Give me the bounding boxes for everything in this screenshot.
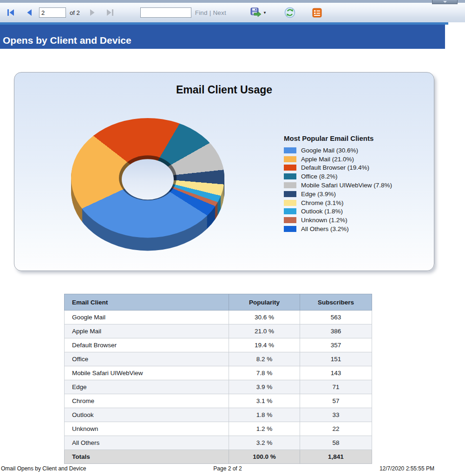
table-cell: All Others — [65, 436, 229, 450]
table-totals-row: Totals100.0 %1,841 — [65, 450, 372, 464]
page-number-input[interactable] — [39, 7, 66, 18]
legend-swatch — [284, 147, 296, 153]
table-cell: 357 — [300, 338, 372, 352]
table-cell: 151 — [300, 352, 372, 366]
export-button[interactable]: ▼ — [248, 7, 269, 19]
column-header-popularity: Popularity — [229, 294, 300, 311]
table-cell: Edge — [65, 380, 229, 394]
table-cell: 71 — [300, 380, 372, 394]
find-text-input[interactable] — [140, 7, 191, 18]
data-feed-export-button[interactable] — [310, 7, 324, 19]
previous-page-button[interactable] — [24, 7, 34, 19]
first-page-icon — [7, 9, 15, 16]
table-header-row: Email Client Popularity Subscribers — [65, 294, 372, 311]
legend-swatch — [284, 217, 296, 223]
table-cell: 19.4 % — [229, 338, 300, 352]
table-row: Mobile Safari UIWebView7.8 %143 — [65, 366, 372, 380]
table-row: Default Browser19.4 %357 — [65, 338, 372, 352]
legend-swatch — [284, 226, 296, 232]
report-viewer: of 2 Find | Next ▼ — [0, 0, 465, 476]
table-row: All Others3.2 %58 — [65, 436, 372, 450]
table-cell: 3.9 % — [229, 380, 300, 394]
email-client-table: Email Client Popularity Subscribers Goog… — [64, 294, 372, 464]
table-cell: 21.0 % — [229, 324, 300, 338]
legend-label: Outlook (1.8%) — [301, 208, 343, 215]
find-link[interactable]: Find — [195, 9, 208, 16]
table-row: Google Mail30.6 %563 — [65, 311, 372, 324]
legend-swatch — [284, 191, 296, 197]
legend-swatch — [284, 173, 296, 179]
legend-item: Edge (3.9%) — [284, 190, 432, 198]
legend-swatch — [284, 165, 296, 171]
report-title: Opens by Client and Device — [3, 35, 131, 46]
legend-item: Default Browser (19.4%) — [284, 164, 432, 172]
table-cell: 3.2 % — [229, 436, 300, 450]
export-dropdown-caret[interactable]: ▼ — [263, 11, 267, 15]
table-cell: 3.1 % — [229, 394, 300, 408]
report-header-band: Opens by Client and Device — [0, 25, 445, 49]
first-page-button[interactable] — [5, 7, 17, 19]
legend-item: Mobile Safari UIWebView (7.8%) — [284, 181, 432, 190]
page-count-label: of 2 — [70, 9, 80, 16]
table-cell: Default Browser — [65, 338, 229, 352]
column-header-subscribers: Subscribers — [300, 294, 372, 311]
legend-label: Apple Mail (21.0%) — [301, 156, 354, 163]
legend-item: Apple Mail (21.0%) — [284, 155, 432, 164]
legend-title: Most Popular Email Clients — [284, 134, 432, 142]
donut-chart — [71, 118, 224, 238]
column-header-email-client: Email Client — [65, 294, 229, 311]
footer-timestamp: 12/7/2020 2:55:55 PM — [380, 465, 434, 472]
next-link[interactable]: Next — [213, 9, 226, 16]
report-toolbar: of 2 Find | Next ▼ — [0, 3, 465, 22]
last-page-icon — [106, 9, 114, 16]
legend-item: Google Mail (30.6%) — [284, 146, 432, 155]
legend-item: Outlook (1.8%) — [284, 207, 432, 216]
table-row: Chrome3.1 %57 — [65, 394, 372, 408]
table-cell: 1.2 % — [229, 422, 300, 436]
legend-label: Office (8.2%) — [301, 173, 338, 180]
legend-item: Chrome (3.1%) — [284, 198, 432, 207]
next-page-icon — [89, 9, 96, 16]
find-next-divider: | — [210, 9, 211, 16]
last-page-button[interactable] — [104, 7, 116, 19]
table-cell: 100.0 % — [229, 450, 300, 464]
table-cell: 30.6 % — [229, 311, 300, 324]
legend-label: Default Browser (19.4%) — [301, 164, 369, 171]
table-cell: 8.2 % — [229, 352, 300, 366]
legend-label: Unknown (1.2%) — [301, 217, 347, 224]
legend-label: Mobile Safari UIWebView (7.8%) — [301, 182, 392, 189]
table-cell: Google Mail — [65, 311, 229, 324]
legend-label: Chrome (3.1%) — [301, 199, 344, 206]
collapse-toolbar-handle[interactable] — [432, 0, 458, 4]
table-cell: 57 — [300, 394, 372, 408]
legend-item: Office (8.2%) — [284, 172, 432, 181]
legend-items: Google Mail (30.6%)Apple Mail (21.0%)Def… — [284, 146, 432, 233]
next-page-button[interactable] — [87, 7, 98, 19]
table-cell: 386 — [300, 324, 372, 338]
chevron-down-icon — [443, 1, 447, 3]
legend-label: Google Mail (30.6%) — [301, 147, 358, 154]
chart-legend: Most Popular Email Clients Google Mail (… — [284, 134, 432, 233]
table-cell: Mobile Safari UIWebView — [65, 366, 229, 380]
legend-label: All Others (3.2%) — [301, 225, 349, 232]
table-row: Edge3.9 %71 — [65, 380, 372, 394]
refresh-button[interactable] — [282, 7, 297, 19]
legend-swatch — [284, 182, 296, 188]
data-feed-icon — [312, 8, 322, 18]
legend-item: Unknown (1.2%) — [284, 216, 432, 225]
table-row: Office8.2 %151 — [65, 352, 372, 366]
legend-swatch — [284, 156, 296, 162]
table-cell: 22 — [300, 422, 372, 436]
table-row: Unknown1.2 %22 — [65, 422, 372, 436]
table-cell: 58 — [300, 436, 372, 450]
previous-page-icon — [26, 9, 33, 16]
legend-swatch — [284, 200, 296, 206]
table-row: Outlook1.8 %33 — [65, 408, 372, 422]
table-cell: 7.8 % — [229, 366, 300, 380]
table-cell: Outlook — [65, 408, 229, 422]
table-cell: 1.8 % — [229, 408, 300, 422]
export-save-icon — [249, 7, 262, 18]
chart-title: Email Client Usage — [14, 84, 434, 96]
table-cell: Office — [65, 352, 229, 366]
table-cell: Apple Mail — [65, 324, 229, 338]
